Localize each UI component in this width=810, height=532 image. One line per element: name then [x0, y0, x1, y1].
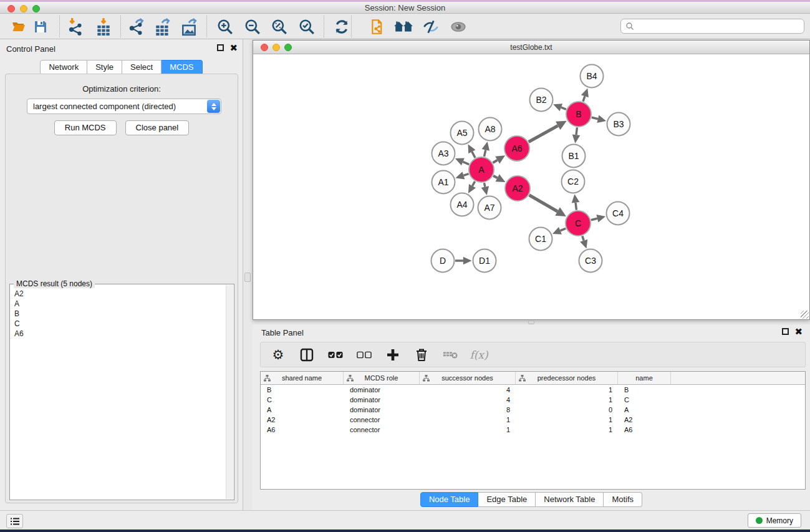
new-network-from-file-icon[interactable] [368, 16, 389, 37]
cell-predecessor-nodes[interactable]: 1 [516, 426, 618, 433]
zoom-out-icon[interactable] [242, 16, 263, 37]
graph-node-label: A5 [456, 128, 467, 138]
cell-predecessor-nodes[interactable]: 1 [516, 396, 618, 404]
deselect-checkboxes-icon[interactable] [357, 347, 372, 362]
tab-style[interactable]: Style [87, 60, 122, 75]
result-scrollbar[interactable] [226, 285, 233, 499]
hide-eye-icon[interactable] [420, 16, 441, 37]
cell-successor-nodes[interactable]: 4 [420, 386, 516, 394]
table-row[interactable]: Bdominator41B [261, 385, 805, 395]
mcds-result-list[interactable]: A2ABCA6 [11, 286, 226, 499]
cell-name[interactable]: C [618, 396, 671, 404]
status-bar: Memory [0, 510, 810, 530]
cell-shared-name[interactable]: B [261, 386, 344, 394]
network-window-titlebar[interactable]: testGlobe.txt [253, 41, 809, 54]
cell-shared-name[interactable]: A6 [261, 426, 344, 433]
search-input[interactable] [637, 22, 804, 31]
cell-MCDS-role[interactable]: dominator [344, 396, 420, 404]
zoom-selected-icon[interactable] [296, 16, 317, 37]
table-row[interactable]: A6connector11A6 [261, 425, 805, 435]
tab-node-table[interactable]: Node Table [420, 492, 479, 507]
function-builder-icon[interactable]: f(x) [471, 347, 486, 362]
graph-node-label: A3 [438, 148, 448, 158]
cell-name[interactable]: A [618, 406, 671, 414]
horizontal-divider-handle[interactable] [528, 321, 534, 324]
tab-edge-table[interactable]: Edge Table [478, 492, 536, 507]
result-item[interactable]: C [14, 319, 226, 329]
cell-successor-nodes[interactable]: 4 [420, 396, 516, 404]
export-image-icon[interactable] [179, 16, 200, 37]
split-columns-icon[interactable] [299, 347, 314, 362]
close-table-panel-icon[interactable]: ✖ [794, 328, 803, 335]
column-header-successor-nodes[interactable]: successor nodes [420, 372, 516, 384]
tab-network-table[interactable]: Network Table [536, 492, 604, 507]
add-column-icon[interactable] [385, 347, 400, 362]
resize-grip[interactable] [801, 311, 809, 319]
graph-node-label: A8 [485, 124, 495, 134]
home-icon[interactable] [393, 16, 414, 37]
network-window-title: testGlobe.txt [253, 43, 809, 52]
criterion-dropdown[interactable]: largest connected component (directed) [27, 99, 221, 114]
network-canvas[interactable]: B4B2BB3A8A5A6A3B1AC2A1A2A4A7C4CC1C3DD1 [253, 54, 809, 319]
export-network-icon[interactable] [126, 16, 147, 37]
float-panel-icon[interactable] [217, 44, 224, 51]
cell-MCDS-role[interactable]: dominator [344, 406, 420, 414]
open-file-icon[interactable] [8, 16, 29, 37]
select-all-checkboxes-icon[interactable] [328, 347, 343, 362]
cell-MCDS-role[interactable]: connector [344, 416, 420, 423]
cell-predecessor-nodes[interactable]: 1 [516, 386, 618, 394]
window-title: Session: New Session [0, 3, 810, 12]
table-row[interactable]: A2connector11A2 [261, 415, 805, 425]
table-panel: Table Panel ✖ ⚙ f(x) [253, 325, 810, 510]
cell-name[interactable]: B [618, 386, 671, 394]
zoom-fit-icon[interactable] [269, 16, 290, 37]
import-network-icon[interactable] [65, 16, 86, 37]
search-field[interactable] [620, 19, 804, 34]
export-table-icon[interactable] [152, 16, 173, 37]
column-header-MCDS-role[interactable]: MCDS role [344, 372, 420, 384]
result-item[interactable]: B [14, 309, 226, 319]
close-panel-button[interactable]: Close panel [125, 120, 190, 135]
cell-shared-name[interactable]: A [261, 406, 344, 414]
delete-icon[interactable] [414, 347, 429, 362]
show-eye-icon[interactable] [448, 16, 469, 37]
result-item[interactable]: A6 [14, 329, 226, 339]
cell-MCDS-role[interactable]: connector [344, 426, 420, 433]
result-item[interactable]: A2 [14, 289, 226, 299]
column-header-predecessor-nodes[interactable]: predecessor nodes [516, 372, 618, 384]
cell-successor-nodes[interactable]: 1 [420, 426, 516, 433]
cell-name[interactable]: A2 [618, 416, 671, 423]
tab-network[interactable]: Network [40, 60, 87, 75]
cell-successor-nodes[interactable]: 1 [420, 416, 516, 423]
close-panel-icon[interactable]: ✖ [229, 44, 238, 51]
delete-table-icon[interactable] [443, 347, 458, 362]
refresh-icon[interactable] [331, 16, 352, 37]
panel-selector-button[interactable] [6, 514, 23, 528]
memory-button[interactable]: Memory [748, 513, 801, 528]
gear-icon[interactable]: ⚙ [271, 347, 286, 362]
save-session-icon[interactable] [30, 16, 51, 37]
zoom-in-icon[interactable] [215, 16, 236, 37]
column-header-shared-name[interactable]: shared name [261, 372, 344, 384]
toolbar-separator [59, 16, 60, 37]
table-row[interactable]: Adominator80A [261, 405, 805, 415]
import-table-icon[interactable] [93, 16, 114, 37]
cell-shared-name[interactable]: A2 [261, 416, 344, 423]
tab-mcds[interactable]: MCDS [162, 60, 202, 75]
node-table[interactable]: shared nameMCDS rolesuccessor nodesprede… [260, 371, 806, 490]
table-row[interactable]: Cdominator41C [261, 395, 805, 405]
cell-shared-name[interactable]: C [261, 396, 344, 404]
float-table-panel-icon[interactable] [782, 328, 789, 335]
cell-predecessor-nodes[interactable]: 1 [516, 416, 618, 423]
split-divider-handle[interactable] [244, 273, 251, 282]
tab-motifs[interactable]: Motifs [604, 492, 642, 507]
cell-name[interactable]: A6 [618, 426, 671, 433]
tab-select[interactable]: Select [122, 60, 162, 75]
column-header-name[interactable]: name [618, 372, 671, 384]
cell-successor-nodes[interactable]: 8 [420, 406, 516, 414]
cell-predecessor-nodes[interactable]: 0 [516, 406, 618, 414]
cell-MCDS-role[interactable]: dominator [344, 386, 420, 394]
result-item[interactable]: A [14, 299, 226, 309]
network-graph[interactable]: B4B2BB3A8A5A6A3B1AC2A1A2A4A7C4CC1C3DD1 [253, 54, 809, 320]
run-mcds-button[interactable]: Run MCDS [54, 120, 117, 135]
